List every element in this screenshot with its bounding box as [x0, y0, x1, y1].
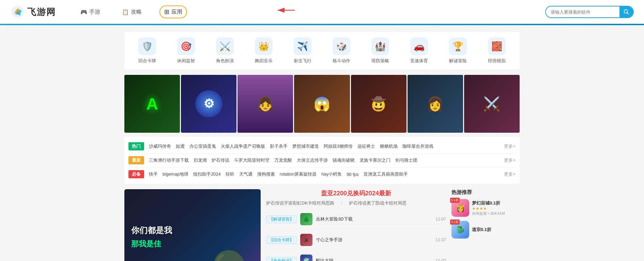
must-link-9[interactable]: 亚洲龙工具箱画质助手 [364, 171, 408, 177]
must-link-4[interactable]: 天气通 [239, 171, 252, 177]
cat-jieme-label: 解谜冒险 [449, 58, 467, 64]
yingyong-icon: ⊞ [164, 8, 169, 16]
hot-more[interactable]: 更多> [504, 143, 516, 149]
banner-4[interactable]: 😱 [294, 75, 350, 133]
new-link-1[interactable]: 归龙潮 [194, 157, 207, 163]
sidebar-game-name-0: 梦幻亩城0.1折 [472, 200, 520, 206]
nav-shouyou-label: 手游 [89, 9, 100, 16]
article-title-2[interactable]: 酷比大陆 [316, 258, 432, 261]
cat-tafang[interactable]: 🏰 塔防策略 [367, 37, 394, 64]
hot-link-4[interactable]: 影子杀手 [270, 143, 288, 149]
hot-link-7[interactable]: 远征将士 [357, 143, 375, 149]
banner-3[interactable]: 👧 [237, 75, 293, 133]
hot-link-5[interactable]: 梦想城市建造 [292, 143, 319, 149]
must-link-8[interactable]: 90 fps [347, 172, 358, 177]
search-button[interactable] [619, 6, 633, 17]
wudao-icon: 👑 [255, 37, 273, 55]
new-link-2[interactable]: 炉石传说 [212, 157, 229, 163]
banner-1[interactable]: A [124, 75, 180, 133]
sidebar-game-0[interactable]: 👸 0.1折 梦幻亩城0.1折 ★★★★ 休闲益智 • 304.61M [451, 199, 520, 217]
must-link-3[interactable]: 轻听 [226, 171, 234, 177]
hot-link-9[interactable]: 咖啡屋合并游戏 [402, 143, 433, 149]
cat-jingying[interactable]: 🧱 经营模拟 [483, 37, 510, 64]
sub-divider: | [341, 200, 342, 206]
must-link-2[interactable]: 纽扣助手2024 [193, 171, 221, 177]
banner-text1: 你们都是我 [131, 225, 172, 236]
cat-huihe[interactable]: 🛡️ 回合卡牌 [134, 37, 161, 64]
tag-rows: 热门 沙威玛传奇 如鸢 办公室搞蛋鬼 火柴人战争遗产召唤版 影子杀手 梦想城市建… [124, 137, 520, 184]
banner-img-1: A [124, 75, 180, 133]
article-headline[interactable]: 盖亚2200兑换码2024最新 [266, 189, 446, 197]
must-link-1[interactable]: bigemap地球 [163, 171, 188, 177]
new-badge: 最新 [128, 156, 144, 164]
must-link-7[interactable]: hay小鳄鱼 [321, 171, 342, 177]
hot-link-0[interactable]: 沙威玛传奇 [149, 143, 171, 149]
hot-link-3[interactable]: 火柴人战争遗产召唤版 [221, 143, 265, 149]
new-link-0[interactable]: 三角洲行动手游下载 [149, 157, 189, 163]
must-row: 必备 快手 bigemap地球 纽扣助手2024 轻听 天气通 搜狗搜索 rot… [128, 167, 516, 181]
article-game-icon-2: 🌍 [300, 255, 312, 261]
cat-tafang-label: 塔防策略 [371, 58, 389, 64]
nav-gonglue-label: 攻略 [131, 9, 142, 16]
hot-link-8[interactable]: 糖糖机场 [380, 143, 398, 149]
juese-icon: ⚔️ [216, 37, 234, 55]
cat-juese[interactable]: ⚔️ 角色扮演 [211, 37, 239, 64]
hot-link-1[interactable]: 如鸢 [176, 143, 185, 149]
sidebar-game-1[interactable]: 🐉 0.1折 道宗0.1折 [451, 221, 520, 239]
cat-wudao[interactable]: 👑 舞蹈音乐 [250, 37, 277, 64]
new-link-8[interactable]: 剑与骑士团 [395, 157, 417, 163]
cat-xiuxian[interactable]: 🎯 休闲益智 [172, 37, 200, 64]
hot-link-6[interactable]: 阿姐鼓3侧师传 [324, 143, 353, 149]
sidebar-game-icon-0: 👸 0.1折 [451, 199, 469, 217]
must-link-6[interactable]: rotation屏幕旋转器 [280, 171, 317, 177]
must-link-0[interactable]: 快手 [149, 171, 158, 177]
article-game-icon-0: 🌲 [300, 213, 312, 225]
left-banner[interactable]: 你们都是我 那我是佳 三角洲行动 ₃₂₅₈ 正式行动 🪖 [124, 189, 261, 261]
sidebar-game-icon-1: 🐉 0.1折 [451, 221, 469, 239]
article-title-1[interactable]: 寸心之争手游 [316, 237, 432, 243]
cat-gedou-label: 格斗动作 [333, 58, 350, 64]
banner-7[interactable]: ⚔️ [464, 75, 520, 133]
cat-jingsu[interactable]: 🚗 竞速体育 [405, 37, 433, 64]
nav-area: 🎮 手游 📋 攻略 ⊞ 应用 [76, 5, 545, 18]
new-link-4[interactable]: 万龙觉醒 [274, 157, 292, 163]
shouyou-icon: 🎮 [80, 9, 87, 15]
article-cat-2: 【角色扮演】 [266, 257, 297, 261]
article-sub-0[interactable]: 炉石传说宇宙彩虹DK卡组对局思路 [266, 200, 334, 206]
svg-line-4 [627, 13, 629, 14]
article-item-0[interactable]: 【解谜冒险】 🌲 丛林大冒险3D下载 11-07 [266, 210, 446, 228]
banner-2[interactable]: ⚙ [181, 75, 236, 133]
hot-link-2[interactable]: 办公室搞蛋鬼 [189, 143, 216, 149]
cat-jingsu-label: 竞速体育 [410, 58, 428, 64]
new-link-6[interactable]: 镇魂街破晓 [333, 157, 355, 163]
banner-img-3: 👧 [237, 75, 293, 133]
article-title-0[interactable]: 丛林大冒险3D下载 [316, 216, 432, 222]
left-banner-bg: 你们都是我 那我是佳 三角洲行动 ₃₂₅₈ 正式行动 🪖 [124, 189, 261, 261]
search-input[interactable] [546, 7, 619, 17]
sidebar-title: 热游推荐 [451, 189, 520, 196]
nav-yingyong[interactable]: ⊞ 应用 [159, 5, 187, 18]
banner-6[interactable]: 👩 [408, 75, 463, 133]
sidebar-game-meta-0: 休闲益智 • 304.61M [472, 211, 520, 216]
banner-5[interactable]: 🤠 [351, 75, 407, 133]
new-more[interactable]: 更多> [504, 157, 516, 163]
new-link-7[interactable]: 龙族卡塞尔之门 [359, 157, 390, 163]
sidebar-game-info-0: 梦幻亩城0.1折 ★★★★ 休闲益智 • 304.61M [472, 200, 520, 216]
new-link-3[interactable]: 斗罗大陆逆转时空 [234, 157, 270, 163]
article-item-1[interactable]: 【回合卡牌】 ⚔ 寸心之争手游 11-07 [266, 231, 446, 249]
cat-sheji[interactable]: ✈️ 射击飞行 [289, 37, 316, 64]
must-more[interactable]: 更多> [504, 171, 516, 177]
nav-gonglue[interactable]: 📋 攻略 [118, 6, 146, 18]
banner-img-4: 😱 [294, 75, 350, 133]
cat-sheji-label: 射击飞行 [294, 58, 311, 64]
sidebar-game-stars-0: ★★★★ [472, 206, 520, 211]
logo-area[interactable]: 飞游网 [10, 4, 56, 19]
cat-jieme[interactable]: 🏆 解谜冒险 [444, 37, 472, 64]
new-link-5[interactable]: 大侠立志传手游 [297, 157, 328, 163]
cat-gedou[interactable]: 🎲 格斗动作 [328, 37, 355, 64]
bottom-section: 你们都是我 那我是佳 三角洲行动 ₃₂₅₈ 正式行动 🪖 盖亚2200兑换码20… [124, 189, 520, 261]
must-link-5[interactable]: 搜狗搜索 [257, 171, 275, 177]
nav-shouyou[interactable]: 🎮 手游 [76, 6, 104, 18]
article-sub-1[interactable]: 炉石传说奥丁防战卡组对局思 [349, 200, 407, 206]
article-item-2[interactable]: 【角色扮演】 🌍 酷比大陆 11-07 [266, 252, 446, 261]
